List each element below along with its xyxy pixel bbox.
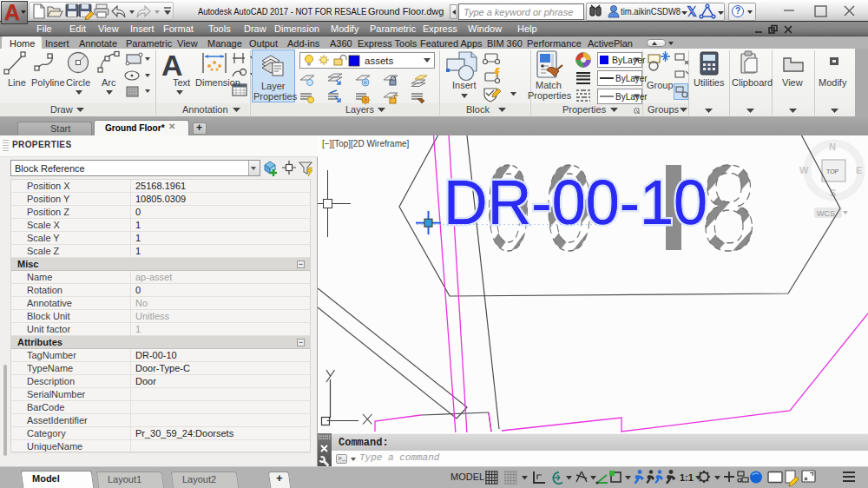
svg-text:8: 8	[701, 141, 756, 275]
svg-text:Layer: Layer	[261, 81, 286, 91]
svg-text:Layers: Layers	[345, 104, 375, 115]
svg-text:Properties: Properties	[528, 90, 572, 101]
svg-text:WCS: WCS	[817, 209, 835, 218]
svg-text:Annotation: Annotation	[182, 104, 228, 115]
svg-text:Modify: Modify	[819, 77, 847, 88]
svg-text:Clipboard: Clipboard	[732, 77, 773, 88]
svg-text:𝕏: 𝕏	[687, 5, 697, 19]
svg-text:Properties: Properties	[562, 104, 607, 115]
svg-text:View: View	[782, 77, 803, 88]
svg-text:Polyline: Polyline	[31, 77, 65, 88]
svg-text:Group: Group	[647, 80, 674, 90]
svg-text:Properties: Properties	[253, 91, 298, 102]
svg-text:assets: assets	[365, 56, 393, 66]
svg-text:Circle: Circle	[66, 77, 90, 88]
svg-text:Dimension: Dimension	[195, 77, 240, 88]
svg-text:W: W	[799, 165, 809, 175]
svg-text:ByLayer: ByLayer	[612, 55, 646, 65]
svg-text:Draw: Draw	[50, 104, 73, 115]
svg-text:DR-00-10: DR-00-10	[444, 167, 707, 237]
svg-text:E: E	[856, 165, 862, 175]
svg-text:N: N	[829, 142, 836, 152]
svg-text:ByLayer: ByLayer	[615, 74, 648, 83]
svg-text:ByLayer: ByLayer	[615, 92, 648, 102]
svg-text:Text: Text	[173, 77, 190, 88]
svg-text:Utilities: Utilities	[694, 77, 725, 88]
svg-text:[−][Top][2D Wireframe]: [−][Top][2D Wireframe]	[322, 139, 410, 148]
svg-text:Block: Block	[466, 104, 490, 115]
svg-text:TOP: TOP	[826, 168, 839, 175]
svg-text:Insert: Insert	[452, 80, 477, 90]
svg-text:Match: Match	[536, 80, 562, 90]
svg-text:1:1: 1:1	[680, 472, 694, 483]
svg-text:Line: Line	[8, 77, 26, 88]
svg-text:S: S	[830, 188, 836, 198]
svg-text:Groups: Groups	[648, 104, 680, 115]
svg-text:Arc: Arc	[102, 77, 116, 88]
